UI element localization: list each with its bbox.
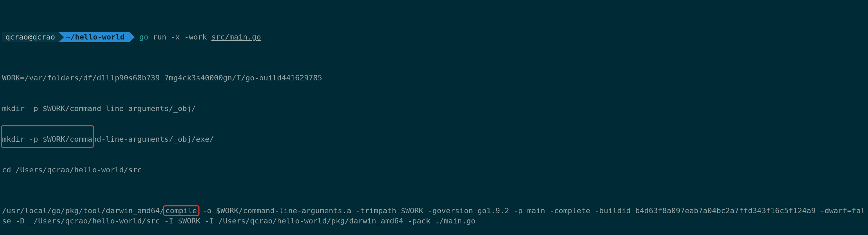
output-line: mkdir -p $WORK/command-line-arguments/_o… [2,104,866,114]
highlight-compile: compile [163,205,199,216]
prompt-path-text: ~/hello-world [66,33,125,41]
prompt-user-text: qcrao@qcrao [5,33,55,41]
output-line: cd /Users/qcrao/hello-world/src [2,165,866,175]
command-executable: go [139,33,148,41]
prompt-line: qcrao@qcrao~/hello-world go run -x -work… [2,32,866,42]
prompt-user-arrow-icon [59,32,64,42]
command-file: src/main.go [211,33,261,41]
output-line: mkdir -p $WORK/command-line-arguments/_o… [2,134,866,144]
output-line: WORK=/var/folders/df/d1llp90s68b739_7mg4… [2,73,866,83]
terminal[interactable]: qcrao@qcrao~/hello-world go run -x -work… [0,0,868,235]
prompt-user: qcrao@qcrao [2,32,59,42]
command-args: run -x -work [148,33,211,41]
prompt-path: ~/hello-world [59,32,129,42]
compile-prefix: /usr/local/go/pkg/tool/darwin_amd64/ [2,206,164,215]
output-line-compile: /usr/local/go/pkg/tool/darwin_amd64/comp… [2,206,866,226]
prompt-path-arrow-icon [129,32,135,42]
